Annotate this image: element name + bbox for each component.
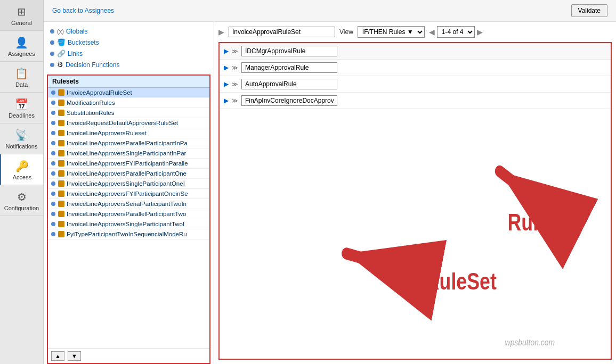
rule-row[interactable]: ▶ ≫ — [220, 60, 611, 76]
sidebar-item-access[interactable]: 🔑 Access — [0, 154, 43, 185]
ruleset-item[interactable]: InvoiceLineApproversSingleParticipantInP… — [48, 148, 209, 159]
topbar: Go back to Assignees Validate — [44, 0, 616, 22]
ruleset-icon — [58, 170, 64, 177]
deadlines-icon: 📅 — [15, 98, 28, 111]
ruleset-dot — [51, 111, 55, 115]
ruleset-item[interactable]: InvoiceLineApproversFYIParticipantinPara… — [48, 159, 209, 169]
sidebar-item-notifications[interactable]: 📡 Notifications — [0, 123, 43, 154]
page-nav: ◀ 1-4 of 4 ▶ — [429, 26, 483, 38]
ruleset-dot — [51, 232, 55, 236]
page-select[interactable]: 1-4 of 4 — [437, 26, 475, 38]
ruleset-item[interactable]: InvoiceLineApproversSingleParticipantOne… — [48, 179, 209, 189]
ruleset-item[interactable]: ModificationRules — [48, 98, 209, 108]
ruleset-name: InvoiceLineApproversSerialParticipantTwo… — [67, 201, 187, 207]
sidebar-item-label: Deadlines — [9, 112, 35, 119]
right-panel: ▶ View IF/THEN Rules ▼ Decision Table Tr… — [214, 22, 616, 364]
ruleset-name: InvoiceLineApproversSingleParticipantInP… — [67, 150, 186, 156]
rule-row[interactable]: ▶ ≫ — [220, 93, 611, 109]
ruleset-item[interactable]: InvoiceLineApproversParallelParticipantT… — [48, 209, 209, 219]
ruleset-dot — [51, 181, 55, 186]
ruleset-icon — [58, 100, 64, 106]
sidebar: ⊞ General 👤 Assignees 📋 Data 📅 Deadlines… — [0, 0, 44, 364]
rule-expand-arrow[interactable]: ▶ — [224, 64, 229, 71]
df-dot — [50, 63, 54, 67]
globals-dot — [50, 29, 54, 34]
ruleset-item[interactable]: InvoiceLineApproversFYIParticipantOneinS… — [48, 189, 209, 199]
ruleset-dot — [51, 161, 55, 166]
ruleset-item[interactable]: FyiTypeParticipantTwoInSequencialModeRu — [48, 229, 209, 239]
ruleset-icon — [58, 211, 64, 217]
sidebar-item-assignees[interactable]: 👤 Assignees — [0, 31, 43, 62]
expand-arrow[interactable]: ▶ — [218, 28, 224, 36]
ruleset-icon — [58, 191, 64, 197]
sidebar-item-label: General — [11, 20, 32, 26]
access-icon: 🔑 — [15, 160, 29, 172]
ruleset-item[interactable]: InvoiceLineApproversParallelParticipantO… — [48, 169, 209, 179]
content-area: (x) Globals 🪣 Bucketsets 🔗 Links ⚙ Dec — [44, 22, 616, 364]
ruleset-name: InvoiceLineApproversParallelParticipantI… — [67, 140, 188, 146]
ruleset-dot — [51, 192, 55, 196]
rule-chevron[interactable]: ≫ — [232, 64, 238, 71]
sidebar-item-label: Data — [15, 81, 28, 88]
ruleset-item[interactable]: InvoiceLineApproversSerialParticipantTwo… — [48, 199, 209, 209]
view-select[interactable]: IF/THEN Rules ▼ Decision Table Tree — [358, 26, 425, 38]
rulesets-up-button[interactable]: ▲ — [51, 351, 64, 361]
prev-page-arrow[interactable]: ◀ — [429, 28, 435, 36]
ruleset-name: InvoiceLineApproversFYIParticipantOneinS… — [67, 191, 188, 197]
general-icon: ⊞ — [17, 5, 26, 18]
rule-chevron[interactable]: ≫ — [232, 81, 238, 88]
ruleset-name: InvoiceLineApproversParallelParticipantO… — [67, 170, 187, 177]
sidebar-item-configuration[interactable]: ⚙ Configuration — [0, 185, 43, 216]
df-label: Decision Functions — [66, 61, 119, 69]
ruleset-name-input[interactable] — [229, 27, 335, 37]
sidebar-item-deadlines[interactable]: 📅 Deadlines — [0, 93, 43, 123]
globals-prefix: (x) — [57, 28, 64, 35]
bucketsets-dot — [50, 40, 54, 45]
next-page-arrow[interactable]: ▶ — [477, 28, 483, 36]
rule-name-input[interactable] — [241, 46, 337, 56]
ruleset-icon — [58, 89, 64, 96]
rule-row[interactable]: ▶ ≫ — [220, 43, 611, 60]
df-icon: ⚙ — [57, 61, 63, 69]
globals-label: Globals — [66, 28, 88, 35]
ruleset-item[interactable]: SubstitutionRules — [48, 108, 209, 118]
nav-item-bucketsets[interactable]: 🪣 Bucketsets — [48, 37, 209, 48]
ruleset-item[interactable]: InvoiceRequestDefaultApproversRuleSet — [48, 118, 209, 128]
sidebar-item-general[interactable]: ⊞ General — [0, 0, 43, 31]
view-label: View — [339, 28, 353, 36]
ruleset-item[interactable]: InvoiceLineApproversSingleParticipantTwo… — [48, 219, 209, 229]
rule-name-input[interactable] — [241, 95, 337, 106]
ruleset-dot — [51, 131, 55, 135]
back-link[interactable]: Go back to Assignees — [52, 7, 114, 14]
ruleset-item[interactable]: InvoiceApprovalRuleSet — [48, 88, 209, 98]
main-area: Go back to Assignees Validate (x) Global… — [44, 0, 616, 364]
nav-item-links[interactable]: 🔗 Links — [48, 48, 209, 59]
rule-row[interactable]: ▶ ≫ — [220, 76, 611, 93]
ruleset-icon — [58, 150, 64, 156]
ruleset-item[interactable]: InvoiceLineApproversParallelParticipantI… — [48, 138, 209, 148]
rule-chevron[interactable]: ≫ — [232, 97, 238, 104]
rule-expand-arrow[interactable]: ▶ — [224, 80, 229, 88]
ruleset-icon — [58, 130, 64, 136]
configuration-icon: ⚙ — [17, 191, 27, 203]
rule-chevron[interactable]: ≫ — [232, 48, 238, 55]
rule-expand-arrow[interactable]: ▶ — [224, 47, 229, 55]
nav-item-decision-functions[interactable]: ⚙ Decision Functions — [48, 59, 209, 70]
ruleset-name: SubstitutionRules — [67, 110, 115, 116]
sidebar-item-data[interactable]: 📋 Data — [0, 62, 43, 93]
nav-items: (x) Globals 🪣 Bucketsets 🔗 Links ⚙ Dec — [44, 26, 214, 70]
validate-button[interactable]: Validate — [571, 4, 607, 17]
ruleset-icon — [58, 110, 64, 116]
bucketsets-icon: 🪣 — [57, 38, 66, 46]
rulesets-down-button[interactable]: ▼ — [68, 351, 81, 361]
rulesets-panel: Rulesets InvoiceApprovalRuleSet Modifica… — [47, 75, 210, 364]
rules-list: ▶ ≫ ▶ ≫ ▶ ≫ ▶ ≫ — [220, 43, 611, 109]
rule-name-input[interactable] — [241, 79, 337, 89]
ruleset-dot — [51, 101, 55, 105]
ruleset-item[interactable]: InvoiceLineApproversRuleset — [48, 128, 209, 138]
rule-name-input[interactable] — [241, 62, 337, 73]
rule-expand-arrow[interactable]: ▶ — [224, 97, 229, 104]
ruleset-dot — [51, 222, 55, 226]
nav-item-globals[interactable]: (x) Globals — [48, 26, 209, 37]
links-dot — [50, 52, 54, 56]
